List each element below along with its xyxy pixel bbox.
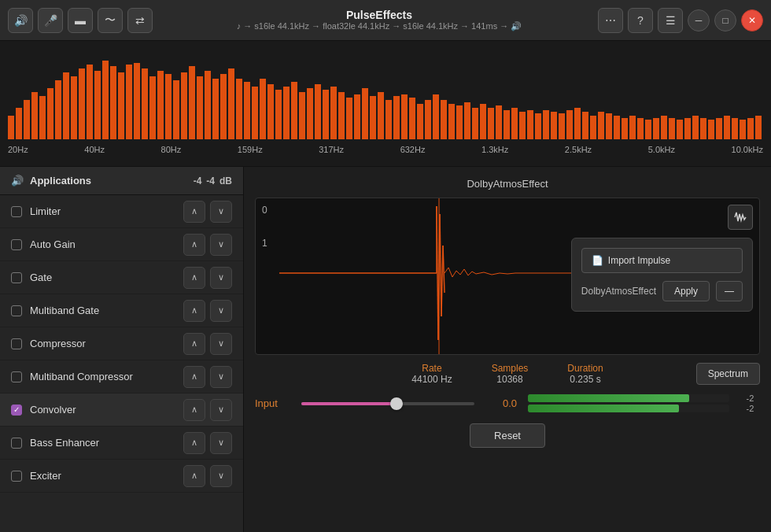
svg-rect-9 bbox=[79, 68, 85, 139]
import-popup: 📄 Import Impulse DolbyAtmosEffect Apply … bbox=[571, 238, 753, 312]
multiband-compressor-down[interactable]: ∨ bbox=[210, 366, 232, 388]
gate-checkbox[interactable] bbox=[11, 272, 22, 283]
menu-dots-btn[interactable]: ⋯ bbox=[598, 8, 623, 33]
convolver-label: Convolver bbox=[30, 404, 183, 416]
limiter-label: Limiter bbox=[30, 205, 183, 217]
auto-gain-up[interactable]: ∧ bbox=[183, 234, 205, 256]
svg-rect-4 bbox=[39, 96, 46, 139]
svg-rect-62 bbox=[496, 105, 502, 139]
freq-label-2: 80Hz bbox=[161, 145, 182, 154]
sidebar-item-exciter[interactable]: Exciter ∧ ∨ bbox=[0, 460, 243, 493]
bass-enhancer-checkbox[interactable] bbox=[11, 438, 22, 449]
sidebar-item-multiband-compressor[interactable]: Multiband Compressor ∧ ∨ bbox=[0, 360, 243, 393]
close-btn[interactable]: ✕ bbox=[741, 9, 763, 31]
svg-rect-94 bbox=[747, 118, 754, 139]
limiter-down[interactable]: ∨ bbox=[210, 201, 232, 223]
auto-gain-controls: ∧ ∨ bbox=[183, 234, 232, 256]
limiter-checkbox[interactable] bbox=[11, 206, 22, 217]
compressor-down[interactable]: ∨ bbox=[210, 333, 232, 355]
effect-name-label: DolbyAtmosEffect bbox=[581, 286, 656, 297]
help-btn[interactable]: ? bbox=[628, 8, 653, 33]
freq-label-7: 2.5kHz bbox=[565, 145, 592, 154]
exciter-down[interactable]: ∨ bbox=[210, 465, 232, 487]
compressor-checkbox[interactable] bbox=[11, 338, 22, 349]
multiband-gate-up[interactable]: ∧ bbox=[183, 300, 205, 322]
svg-rect-50 bbox=[401, 94, 408, 139]
svg-rect-80 bbox=[637, 118, 644, 139]
speaker-icon-btn[interactable]: 🔊 bbox=[8, 8, 33, 33]
eq-icon-btn[interactable]: ▬ bbox=[68, 8, 93, 33]
svg-rect-17 bbox=[142, 68, 148, 139]
svg-rect-52 bbox=[417, 104, 423, 139]
svg-rect-25 bbox=[205, 71, 211, 139]
sidebar-item-bass-enhancer[interactable]: Bass Enhancer ∧ ∨ bbox=[0, 427, 243, 460]
svg-rect-37 bbox=[299, 92, 305, 139]
waveform-mode-btn[interactable] bbox=[728, 205, 753, 230]
sidebar-item-compressor[interactable]: Compressor ∧ ∨ bbox=[0, 327, 243, 360]
apply-btn[interactable]: Apply bbox=[662, 281, 710, 301]
shuffle-icon-btn[interactable]: ⇄ bbox=[127, 8, 153, 33]
convolver-controls: ∧ ∨ bbox=[183, 399, 232, 421]
samples-value: 10368 bbox=[496, 374, 522, 385]
svg-rect-24 bbox=[197, 76, 203, 139]
stat-rate: Rate 44100 Hz bbox=[411, 363, 452, 385]
sidebar-item-limiter[interactable]: Limiter ∧ ∨ bbox=[0, 195, 243, 228]
app-subtitle: ♪ → s16le 44.1kHz → float32le 44.1kHz → … bbox=[237, 21, 522, 31]
multiband-compressor-up[interactable]: ∧ bbox=[183, 366, 205, 388]
svg-rect-12 bbox=[102, 61, 109, 139]
auto-gain-down[interactable]: ∨ bbox=[210, 234, 232, 256]
gate-down[interactable]: ∨ bbox=[210, 267, 232, 289]
spectrum-freq-labels: 20Hz 40Hz 80Hz 159Hz 317Hz 632Hz 1.3kHz … bbox=[8, 143, 763, 156]
gate-controls: ∧ ∨ bbox=[183, 267, 232, 289]
multiband-compressor-checkbox[interactable] bbox=[11, 371, 22, 382]
exciter-checkbox[interactable] bbox=[11, 471, 22, 482]
multiband-gate-controls: ∧ ∨ bbox=[183, 300, 232, 322]
sidebar-item-multiband-gate[interactable]: Multiband Gate ∧ ∨ bbox=[0, 294, 243, 327]
input-row: Input 0.0 -2 -2 bbox=[255, 394, 760, 412]
auto-gain-checkbox[interactable] bbox=[11, 239, 22, 250]
input-slider[interactable] bbox=[301, 396, 474, 412]
dash-btn[interactable]: — bbox=[716, 281, 743, 301]
waveform-num-1[interactable]: 1 bbox=[262, 238, 267, 249]
limiter-up[interactable]: ∧ bbox=[183, 201, 205, 223]
maximize-btn[interactable]: □ bbox=[714, 9, 736, 31]
sidebar-item-convolver[interactable]: Convolver ∧ ∨ bbox=[0, 393, 243, 427]
mic-icon-btn[interactable]: 🎤 bbox=[38, 8, 63, 33]
svg-rect-47 bbox=[378, 92, 384, 139]
svg-rect-3 bbox=[31, 92, 38, 139]
svg-rect-92 bbox=[732, 118, 738, 139]
svg-rect-19 bbox=[157, 71, 164, 139]
sidebar-item-auto-gain[interactable]: Auto Gain ∧ ∨ bbox=[0, 228, 243, 261]
hamburger-btn[interactable]: ☰ bbox=[658, 8, 683, 33]
bass-enhancer-up[interactable]: ∧ bbox=[183, 432, 205, 454]
waveform-num-0[interactable]: 0 bbox=[262, 205, 267, 216]
exciter-up[interactable]: ∧ bbox=[183, 465, 205, 487]
import-row: DolbyAtmosEffect Apply — bbox=[581, 281, 743, 301]
compressor-up[interactable]: ∧ bbox=[183, 333, 205, 355]
bass-enhancer-down[interactable]: ∨ bbox=[210, 432, 232, 454]
multiband-gate-checkbox[interactable] bbox=[11, 305, 22, 316]
svg-rect-71 bbox=[566, 110, 573, 139]
sidebar-item-gate[interactable]: Gate ∧ ∨ bbox=[0, 261, 243, 294]
svg-rect-72 bbox=[574, 108, 581, 139]
convolver-down[interactable]: ∨ bbox=[210, 399, 232, 421]
svg-rect-58 bbox=[464, 102, 470, 139]
convolver-checkbox[interactable] bbox=[11, 405, 22, 416]
spectrum-btn[interactable]: Spectrum bbox=[696, 363, 760, 385]
convolver-up[interactable]: ∧ bbox=[183, 399, 205, 421]
svg-rect-65 bbox=[519, 112, 526, 139]
svg-rect-90 bbox=[716, 118, 722, 139]
slider-thumb[interactable] bbox=[390, 397, 403, 410]
minimize-btn[interactable]: ─ bbox=[688, 9, 710, 31]
multiband-gate-down[interactable]: ∨ bbox=[210, 300, 232, 322]
svg-rect-76 bbox=[606, 113, 612, 139]
reset-btn[interactable]: Reset bbox=[470, 423, 545, 448]
level-meter-left bbox=[528, 394, 729, 402]
wave-icon-btn[interactable]: 〜 bbox=[98, 8, 123, 33]
svg-rect-86 bbox=[684, 118, 691, 139]
gate-up[interactable]: ∧ bbox=[183, 267, 205, 289]
import-impulse-btn[interactable]: 📄 Import Impulse bbox=[581, 248, 743, 273]
svg-rect-54 bbox=[433, 94, 439, 139]
svg-rect-38 bbox=[307, 88, 313, 139]
stats-row: Rate 44100 Hz Samples 10368 Duration 0.2… bbox=[255, 363, 760, 385]
